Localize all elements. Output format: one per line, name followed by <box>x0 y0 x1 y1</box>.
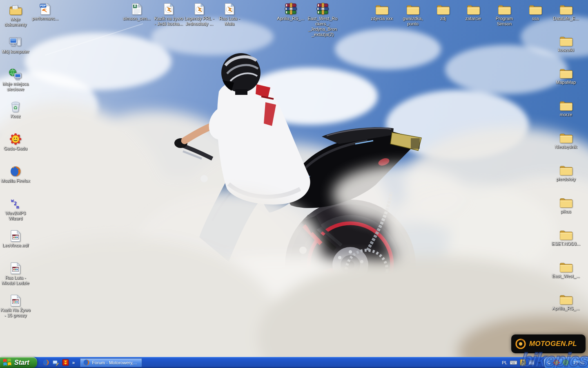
desktop-icon-gadu-gadu[interactable]: Gadu-Gadu <box>0 132 31 151</box>
svg-text:w: w <box>11 198 14 203</box>
folder-icon <box>559 2 573 15</box>
desktop-icon-label: ssa <box>532 16 539 21</box>
desktop-icon-ssa[interactable]: ssa <box>520 2 551 21</box>
quick-launch-bar <box>37 359 71 366</box>
desktop-icon-label: Moje dokumenty <box>0 17 31 27</box>
desktop-icon-zdj[interactable]: zdj <box>428 2 459 21</box>
winamp-file-icon <box>224 2 235 15</box>
desktop-icon-ras-luta-młodzi-ludzie[interactable]: Ras Luta - Młodzi Ludzie <box>0 261 31 286</box>
desktop-icon-label: Mój komputer <box>2 49 29 54</box>
desktop-icon-label: gwaizdka, punto <box>397 16 428 27</box>
desktop-icon-mozilla-firefox[interactable]: Mozilla Firefox <box>0 164 31 184</box>
winamp-file-icon <box>163 2 174 15</box>
desktop-icon-pikus[interactable]: pikus <box>550 195 581 214</box>
desktop-icon-aprilia-rs[interactable]: Aprilia_RS_... <box>550 292 581 311</box>
gadu-gadu-buddy-icon[interactable] <box>562 359 569 366</box>
my-documents-icon <box>9 2 22 16</box>
task-button-forum[interactable]: Forum - Motorowery,... <box>80 358 142 367</box>
desktop-icon-label: Gadu-Gadu <box>4 146 27 151</box>
folder-icon <box>437 2 450 15</box>
window-icon[interactable] <box>528 360 535 365</box>
desktop-icon-datalife-e[interactable]: DataLife_E... <box>550 2 581 21</box>
recycle-bin-icon: ♻ <box>9 99 22 113</box>
show-desktop-icon[interactable] <box>52 359 59 366</box>
desktop-icon-leovince-edf[interactable]: LeoVince.edf <box>0 229 31 248</box>
flashget-icon[interactable] <box>62 359 69 366</box>
desktop-icon-label: Program Simson <box>489 16 520 27</box>
desktop-icon-label: performanc... <box>32 16 59 21</box>
motogen-watermark: MOTOGEN.PL <box>511 334 586 353</box>
quick-launch-overflow-chevron[interactable]: » <box>71 360 76 366</box>
desktop-icon-label: koszulki <box>558 47 574 53</box>
desktop-icon-performanc[interactable]: PDFperformanc... <box>30 2 61 21</box>
folder-icon <box>559 130 573 144</box>
desktop-icon-koszulki[interactable]: koszulki <box>550 33 581 53</box>
desktop-icon-zatarcie[interactable]: zatarcie <box>458 2 489 21</box>
clock[interactable]: 19:35 <box>573 360 584 365</box>
desktop-icon-legendy-prl-jednoslady[interactable]: Legendy PRL - Jednoslady ... <box>184 2 215 27</box>
folder-icon <box>559 98 573 111</box>
folder-icon <box>559 227 573 240</box>
desktop-icon-mój-komputer[interactable]: Mój komputer <box>0 35 31 54</box>
desktop-icon-moje-miejsca-sieciowe[interactable]: Moje miejsca sieciowe <box>0 67 31 92</box>
desktop-icon-moje-dokumenty[interactable]: Moje dokumenty <box>0 2 31 27</box>
desktop-icon-east-west[interactable]: East_West_... <box>550 259 581 279</box>
desktop-icon-pierdoloty[interactable]: pierdoloty <box>550 162 581 182</box>
desktop-icon-niezbędnik[interactable]: Niezbędnik <box>550 130 581 150</box>
desktop-icon-label: Aprilia_RS_... <box>552 306 579 311</box>
desktop-icon-morze[interactable]: morze <box>550 98 581 117</box>
my-computer-icon <box>9 35 22 48</box>
chevron-down-icon[interactable] <box>537 361 541 364</box>
desktop-icon-east-west-rockers-jedyna-bron-ex[interactable]: East_West_Rockers_-_Jedyna_Bron_extazja(… <box>307 2 338 37</box>
desktop-icon-label: zdj <box>440 16 446 21</box>
language-indicator[interactable]: PL <box>502 360 507 365</box>
start-button[interactable]: Start <box>0 357 37 368</box>
desktop-icon-label: morze <box>560 112 572 117</box>
desktop-icon-label: Legendy PRL - Jednoslady ... <box>184 16 215 27</box>
desktop-icon-label: DataLife_E... <box>553 16 579 21</box>
folder-icon <box>529 2 542 15</box>
desktop-icon-label: Wav2MP3 Wizard <box>0 211 31 221</box>
system-tray: 19:35 <box>543 357 588 368</box>
chevron-left-icon[interactable] <box>547 360 550 365</box>
wav2mp3-icon: w2m <box>9 196 22 210</box>
svg-text:m: m <box>16 204 19 210</box>
gadu-gadu-sun-icon[interactable] <box>553 359 560 366</box>
desktop-icon-gwaizdka-punto[interactable]: gwaizdka, punto <box>397 2 428 27</box>
desktop-icon-wav2mp3-wizard[interactable]: w2mWav2MP3 Wizard <box>0 196 31 221</box>
desktop-icon-ras-luta-mala[interactable]: Ras Luta - Mala <box>214 2 245 27</box>
svg-text:?: ? <box>522 360 524 366</box>
folder-icon <box>498 2 511 15</box>
desktop-icon-aprilia-rs[interactable]: Aprilia_RS_... <box>275 2 306 21</box>
desktop-icon-label: East_West_Rockers_-_Jedyna_Bron_extazja(… <box>307 16 338 37</box>
desktop-icon-label: Mozilla Firefox <box>1 178 30 184</box>
wallpaper-image <box>0 0 588 368</box>
desktop-icon-kosz[interactable]: ♻Kosz <box>0 99 31 119</box>
help-icon[interactable]: ? <box>520 359 526 366</box>
desktop-icon-eset-nod3[interactable]: ESET.NOD3... <box>550 227 581 247</box>
folder-icon <box>559 33 573 47</box>
desktop-icon-zdjecia-xxx[interactable]: zdjecia xxx <box>366 2 397 21</box>
keyboard-icon[interactable] <box>510 359 517 366</box>
taskbar: Start » Forum - Motorowery,... PL ? 19:3… <box>0 357 588 368</box>
desktop-icon-label: Kazik Na Żywo - 15 groszy <box>0 307 31 318</box>
winrar-archive-icon <box>284 2 297 15</box>
pdf-file-icon: PDF <box>40 2 51 15</box>
motogen-watermark-label: MOTOGEN.PL <box>529 340 577 348</box>
desktop-icon-kazik-na-żywo-15-groszy[interactable]: Kazik Na Żywo - 15 groszy <box>0 293 31 318</box>
folder-icon <box>559 65 573 79</box>
firefox-icon <box>83 359 90 366</box>
desktop-icon-program-simson[interactable]: Program Simson <box>489 2 520 27</box>
winamp-file-icon <box>194 2 205 15</box>
desktop-icon-label: zdjecia xxx <box>371 16 393 21</box>
folder-icon <box>375 2 389 15</box>
network-places-icon <box>9 67 22 81</box>
desktop-icon-kazik-na-żywo-jeśli-kocha[interactable]: Kazik na żywo - Jeśli kocha... <box>153 2 184 27</box>
gadu-gadu-icon <box>9 132 22 145</box>
firefox-icon[interactable] <box>42 359 49 366</box>
desktop-icon-simson-cen[interactable]: Xsimson_cen... <box>121 2 152 21</box>
desktop-icon-label: Aprilia_RS_... <box>277 16 304 21</box>
windows-logo-icon <box>3 358 12 367</box>
desktop-icon-label: Kazik na żywo - Jeśli kocha... <box>153 16 184 27</box>
desktop-icon-mapamap[interactable]: MapaMap <box>550 65 581 85</box>
